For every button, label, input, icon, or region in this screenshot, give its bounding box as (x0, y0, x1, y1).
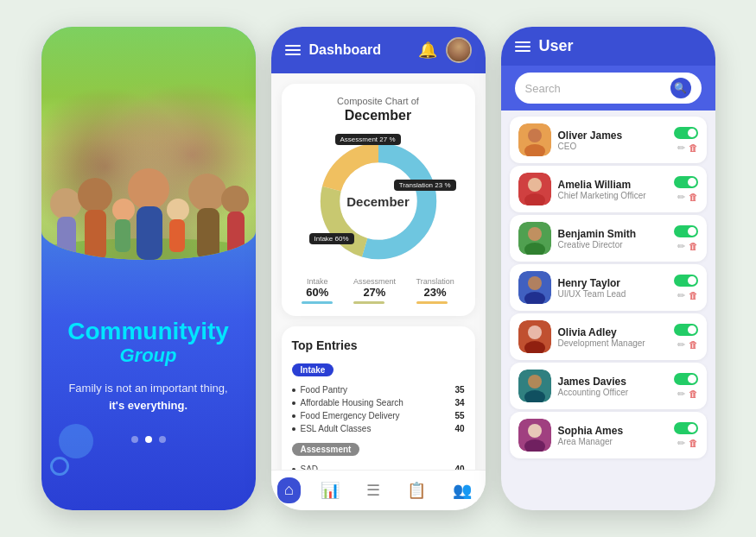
action-icons: ✏ 🗑 (677, 290, 698, 301)
user-row[interactable]: Sophia Ames Area Manager ✏ 🗑 (510, 412, 707, 458)
user-row[interactable]: Henry Taylor UI/UX Team Lead ✏ 🗑 (510, 264, 707, 311)
user-toggle[interactable] (674, 127, 698, 139)
user-role: Development Manager (558, 338, 667, 348)
delete-icon[interactable]: 🗑 (689, 142, 698, 154)
user-toggle[interactable] (674, 275, 698, 287)
user-info: Amelia William Chief Marketing Officer (558, 179, 667, 200)
delete-icon[interactable]: 🗑 (689, 290, 698, 301)
user-toggle[interactable] (674, 176, 698, 188)
edit-icon[interactable]: ✏ (677, 290, 685, 301)
edit-icon[interactable]: ✏ (677, 142, 685, 154)
delete-icon[interactable]: 🗑 (689, 389, 698, 400)
user-info: Olivia Adley Development Manager (558, 326, 667, 348)
intake-entry-list: Food Pantry 35 Affordable Housing Search… (292, 383, 465, 435)
dot-2[interactable] (145, 436, 152, 443)
user-hamburger[interactable] (515, 41, 530, 52)
donut-center-label: December (346, 194, 410, 209)
entry-dot (292, 414, 295, 418)
user-avatar-img (518, 419, 551, 452)
assessment-bar (353, 301, 384, 304)
assessment-tag: Assessment (292, 443, 360, 456)
delete-icon[interactable]: 🗑 (689, 241, 698, 252)
bottom-nav: ⌂ 📊 ☰ 📋 👥 (271, 470, 486, 510)
search-button[interactable]: 🔍 (670, 78, 691, 98)
family-svg (41, 139, 256, 260)
intake-entry: Food Pantry 35 (292, 383, 465, 396)
phone1-frame: Communityity Group Family is not an impo… (41, 27, 256, 510)
intake-tooltip: Intake 60% (309, 233, 354, 244)
assessment-badge-wrap: Assessment (292, 440, 465, 463)
stat-assessment: Assessment 27% (353, 277, 396, 304)
assessment-entry-list: SAD 40 MOODY 33 (292, 463, 465, 470)
user-row[interactable]: Amelia William Chief Marketing Officer ✏… (510, 166, 707, 212)
user-row[interactable]: Oliver James CEO ✏ 🗑 (510, 117, 707, 163)
user-toggle[interactable] (674, 373, 698, 385)
hamburger-menu[interactable] (285, 45, 301, 55)
user-avatar-img (518, 320, 551, 353)
chart-card: Composite Chart of December Assessment 2… (282, 84, 475, 316)
dashboard-header: Dashboard 🔔 (271, 27, 486, 73)
action-icons: ✏ 🗑 (677, 241, 698, 252)
user-toggle[interactable] (674, 422, 698, 434)
decor-circle-small (50, 457, 69, 476)
user-toggle[interactable] (674, 324, 698, 336)
user-name: Benjamin Smith (558, 228, 667, 240)
user-info: Oliver James CEO (558, 130, 667, 151)
calendar-icon: 📋 (407, 481, 426, 500)
svg-point-1 (50, 188, 81, 219)
user-info: Benjamin Smith Creative Director (558, 228, 667, 250)
search-input-wrapper[interactable]: Search 🔍 (515, 73, 702, 104)
user-name: James Davies (558, 376, 667, 388)
svg-rect-2 (57, 217, 76, 260)
search-bar: Search 🔍 (501, 66, 715, 111)
nav-users[interactable]: 👥 (446, 477, 479, 503)
user-actions: ✏ 🗑 (674, 225, 698, 252)
user-row[interactable]: Benjamin Smith Creative Director ✏ 🗑 (510, 215, 707, 262)
user-role: Accounting Officer (558, 388, 667, 397)
user-row[interactable]: Olivia Adley Development Manager ✏ 🗑 (510, 313, 707, 360)
svg-point-35 (528, 375, 542, 389)
delete-icon[interactable]: 🗑 (689, 438, 698, 449)
entry-dot (292, 427, 295, 431)
stat-translation: Translation 23% (416, 277, 454, 304)
family-photo (41, 27, 256, 260)
svg-rect-4 (85, 210, 106, 260)
user-actions: ✏ 🗑 (674, 176, 698, 203)
nav-list[interactable]: ☰ (359, 477, 387, 503)
entry-dot (292, 389, 295, 392)
svg-point-11 (188, 174, 226, 212)
tagline: Family is not an important thing, it's e… (68, 380, 227, 416)
delete-icon[interactable]: 🗑 (689, 339, 698, 351)
notification-icon[interactable]: 🔔 (418, 41, 437, 60)
edit-icon[interactable]: ✏ (677, 438, 685, 449)
header-left: Dashboard (285, 42, 382, 58)
edit-icon[interactable]: ✏ (677, 192, 685, 203)
user-toggle[interactable] (674, 225, 698, 237)
nav-chart[interactable]: 📊 (314, 477, 346, 503)
user-avatar[interactable] (446, 37, 472, 63)
action-icons: ✏ 🗑 (677, 389, 698, 400)
nav-home[interactable]: ⌂ (277, 477, 301, 503)
svg-rect-10 (169, 219, 185, 252)
intake-bar (302, 301, 333, 304)
stat-intake: Intake 60% (302, 277, 333, 304)
entry-name: Food Pantry (292, 385, 455, 395)
delete-icon[interactable]: 🗑 (689, 192, 698, 203)
edit-icon[interactable]: ✏ (677, 241, 685, 252)
user-actions: ✏ 🗑 (674, 422, 698, 449)
decor-circle-large (59, 424, 93, 458)
search-placeholder-text: Search (525, 82, 561, 95)
svg-rect-6 (115, 219, 130, 252)
user-row[interactable]: James Davies Accounting Officer ✏ 🗑 (510, 363, 707, 409)
edit-icon[interactable]: ✏ (677, 389, 685, 400)
dot-1[interactable] (131, 436, 138, 443)
user-info: James Davies Accounting Officer (558, 376, 667, 397)
family-silhouette (41, 104, 256, 260)
user-actions: ✏ 🗑 (674, 275, 698, 301)
intake-entry: ESL Adult Classes 40 (292, 422, 465, 435)
user-name: Amelia William (558, 179, 667, 191)
nav-calendar[interactable]: 📋 (400, 477, 433, 503)
translation-bar (416, 301, 448, 304)
edit-icon[interactable]: ✏ (677, 339, 685, 351)
dot-3[interactable] (159, 436, 166, 443)
